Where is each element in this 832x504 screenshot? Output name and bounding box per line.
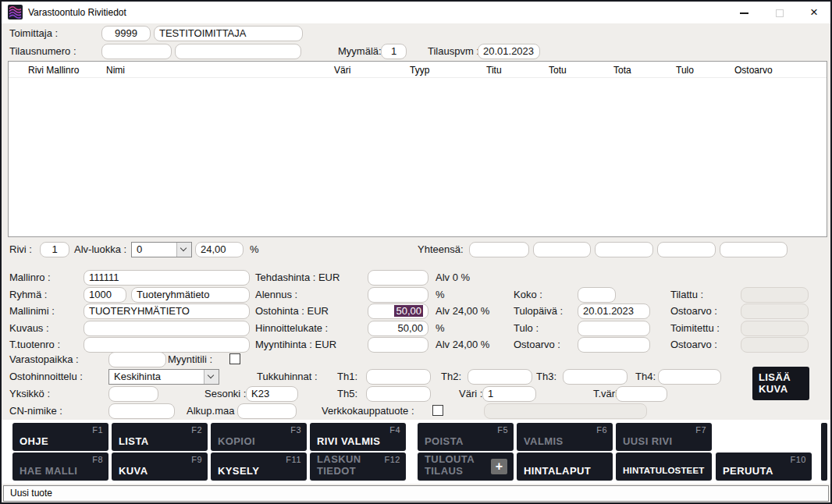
button-label: TULOUTA TILAUS — [425, 453, 500, 477]
laskun-tiedot-button[interactable]: LASKUN TIEDOT F12 — [310, 453, 406, 481]
cn-nimike-field[interactable] — [108, 403, 175, 419]
mallinimi-field[interactable]: TUOTERYHMÄTIETO — [84, 303, 250, 319]
peruuta-button[interactable]: PERUUTA F10 — [716, 453, 812, 481]
column-header-vari[interactable]: Väri — [334, 65, 350, 76]
status-bar: Uusi tuote — [3, 485, 829, 502]
column-header-totu[interactable]: Totu — [549, 65, 567, 76]
column-header-tota[interactable]: Tota — [613, 65, 631, 76]
alennus-field[interactable] — [368, 287, 428, 303]
column-header-tulo[interactable]: Tulo — [676, 65, 694, 76]
tilausnumero-field-1[interactable] — [101, 44, 172, 59]
yhteensa-field-4[interactable] — [657, 242, 716, 257]
rivi-label: Rivi : — [9, 242, 32, 257]
toimittaja-name-field[interactable]: TESTITOIMITTAJA — [154, 26, 303, 41]
minimize-button[interactable] — [731, 2, 757, 23]
tilattu-ostoarvo-field[interactable] — [741, 303, 809, 319]
yhteensa-field-5[interactable] — [720, 242, 788, 257]
maximize-button[interactable] — [766, 2, 793, 23]
t-tuotenro-field[interactable] — [84, 337, 250, 353]
alv-percent-field[interactable]: 24,00 — [195, 242, 244, 257]
hintalaput-button[interactable]: HINTALAPUT — [517, 453, 613, 481]
alkup-maa-field[interactable] — [237, 403, 297, 419]
hinnoittelukate-field[interactable]: 50,00 — [368, 321, 428, 336]
tulopaiva-field[interactable]: 20.01.2023 — [578, 303, 650, 319]
vari-field[interactable]: 1 — [482, 386, 536, 402]
chevron-down-icon[interactable] — [176, 243, 191, 257]
ostohinta-selected-value: 50,00 — [394, 305, 423, 317]
poista-button[interactable]: POISTA F5 — [418, 423, 514, 451]
table-header-row: Rivi Mallinro Nimi Väri Tyyp Titu Totu T… — [9, 62, 827, 78]
tulo-field[interactable] — [578, 321, 650, 336]
th1-field[interactable] — [366, 369, 431, 385]
valmis-button[interactable]: VALMIS F6 — [517, 423, 613, 451]
th1-label: Th1: — [337, 369, 357, 385]
kuva-button[interactable]: KUVA F9 — [112, 453, 208, 481]
app-logo-icon — [8, 5, 23, 20]
fkey-label: F8 — [92, 455, 103, 464]
uusi-rivi-button[interactable]: UUSI RIVI F7 — [616, 423, 712, 451]
toimitettu-field[interactable] — [741, 321, 809, 336]
lista-button[interactable]: LISTA F2 — [112, 423, 208, 451]
myymala-field[interactable]: 1 — [381, 44, 407, 59]
kuvaus-field[interactable] — [84, 321, 250, 336]
column-header-titu[interactable]: Titu — [486, 65, 502, 76]
tilattu-field[interactable] — [741, 287, 809, 303]
close-button[interactable]: × — [801, 2, 827, 23]
function-button-panel: OHJE F1 LISTA F2 KOPIOI F3 RIVI VALMIS F… — [2, 420, 830, 484]
tilausnumero-field-2[interactable] — [175, 44, 301, 59]
ostoarvo-field[interactable] — [578, 337, 650, 353]
th3-label: Th3: — [536, 369, 556, 385]
verkkokauppatuote-extra-field[interactable] — [484, 403, 647, 419]
button-label: VALMIS — [524, 435, 564, 447]
varastopaikka-field[interactable] — [108, 352, 166, 367]
th4-field[interactable] — [658, 369, 721, 385]
sesonki-label: Sesonki : — [204, 386, 246, 402]
column-header-ostoarvo[interactable]: Ostoarvo — [734, 65, 773, 76]
plus-icon[interactable]: + — [491, 459, 507, 474]
rivi-field[interactable]: 1 — [40, 242, 69, 257]
tehdashinta-field[interactable] — [368, 270, 428, 286]
button-label: UUSI RIVI — [623, 435, 673, 447]
verkkokauppatuote-checkbox[interactable] — [432, 405, 443, 416]
ostohinta-field[interactable]: 50,00 — [368, 303, 428, 319]
hintatulosteet-button[interactable]: HINTATULOSTEET — [616, 453, 712, 481]
hae-malli-button[interactable]: HAE MALLI F8 — [12, 453, 108, 481]
yhteensa-field-3[interactable] — [595, 242, 653, 257]
tilauspvm-field[interactable]: 20.01.2023 — [478, 44, 540, 59]
ostohinta-label: Ostohinta : EUR — [255, 303, 329, 319]
th3-field[interactable] — [563, 369, 628, 385]
ryhma-code-field[interactable]: 1000 — [84, 287, 126, 303]
th5-label: Th5: — [337, 386, 357, 402]
varastopaikka-label: Varastopaikka : — [9, 352, 79, 367]
tulouta-tilaus-button[interactable]: TULOUTA TILAUS + — [418, 453, 514, 481]
chevron-down-icon[interactable] — [204, 370, 219, 384]
alv-luokka-select[interactable]: 0 — [131, 242, 192, 257]
toimittaja-code-field[interactable]: 9999 — [101, 26, 151, 41]
yhteensa-field-1[interactable] — [469, 242, 529, 257]
sesonki-field[interactable]: K23 — [246, 386, 298, 402]
kopioi-button[interactable]: KOPIOI F3 — [211, 423, 307, 451]
kysely-button[interactable]: KYSELY F11 — [211, 453, 307, 481]
ostohinnoittelu-select[interactable]: Keskihinta — [108, 369, 219, 385]
mallinro-field[interactable]: 111111 — [84, 270, 250, 286]
lisaa-kuva-button[interactable]: LISÄÄ KUVA — [752, 367, 809, 400]
column-header-tyyp[interactable]: Tyyp — [410, 65, 429, 76]
column-header-rivi-mallinro[interactable]: Rivi Mallinro — [28, 65, 79, 76]
toimitettu-ostoarvo-field[interactable] — [741, 337, 809, 353]
myyntitili-checkbox[interactable] — [229, 353, 240, 364]
column-header-nimi[interactable]: Nimi — [106, 65, 125, 76]
yksikko-field[interactable] — [108, 386, 158, 402]
th5-field[interactable] — [366, 386, 431, 402]
koko-field[interactable] — [578, 287, 616, 303]
ryhma-name-field[interactable]: Tuoteryhmätieto — [131, 287, 250, 303]
ohje-button[interactable]: OHJE F1 — [12, 423, 108, 451]
tilauspvm-label: Tilauspvm : — [428, 44, 479, 59]
t-vari-field[interactable] — [616, 386, 667, 402]
order-lines-table[interactable]: Rivi Mallinro Nimi Väri Tyyp Titu Totu T… — [8, 61, 827, 237]
myyntitili-label: Myyntitili : — [168, 352, 212, 367]
button-panel-edge-strip — [821, 423, 827, 481]
yhteensa-field-2[interactable] — [533, 242, 591, 257]
myyntihinta-field[interactable] — [368, 337, 428, 353]
rivi-valmis-button[interactable]: RIVI VALMIS F4 — [310, 423, 406, 451]
th2-field[interactable] — [468, 369, 532, 385]
